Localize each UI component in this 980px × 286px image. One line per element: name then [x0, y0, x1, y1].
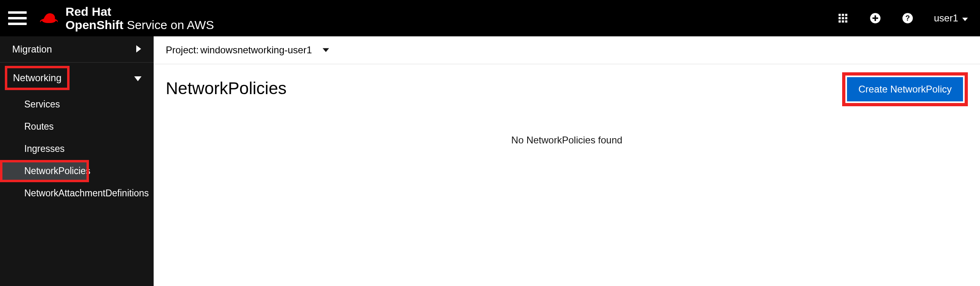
- sidebar-item-label: NetworkAttachmentDefinitions: [24, 188, 149, 198]
- svg-rect-2: [838, 14, 841, 16]
- svg-rect-13: [872, 17, 878, 19]
- sidebar-item-label: Routes: [24, 121, 54, 132]
- svg-rect-4: [845, 14, 847, 16]
- svg-rect-7: [845, 17, 847, 19]
- main-content: Project: windowsnetworking-user1 Network…: [154, 36, 980, 286]
- sidebar: Migration Networking Services Routes Ing…: [0, 36, 154, 286]
- sidebar-item-label: NetworkPolicies: [24, 166, 91, 176]
- svg-rect-3: [842, 14, 844, 16]
- sidebar-item-networkattachmentdefinitions[interactable]: NetworkAttachmentDefinitions: [0, 182, 154, 204]
- svg-rect-9: [842, 20, 844, 22]
- sidebar-item-networkpolicies[interactable]: NetworkPolicies: [0, 160, 89, 182]
- svg-rect-10: [845, 20, 847, 22]
- svg-rect-8: [838, 20, 841, 22]
- app-launcher-icon[interactable]: [837, 12, 849, 24]
- project-selector[interactable]: Project: windowsnetworking-user1: [154, 36, 980, 64]
- sidebar-item-networking[interactable]: Networking: [5, 66, 70, 90]
- username: user1: [934, 13, 958, 24]
- svg-rect-5: [838, 17, 841, 19]
- help-icon[interactable]: ?: [902, 12, 914, 24]
- sidebar-item-label: Migration: [12, 44, 52, 55]
- redhat-logo-icon: [39, 11, 59, 25]
- caret-down-icon: [962, 13, 968, 24]
- import-add-icon[interactable]: [869, 12, 881, 24]
- svg-text:?: ?: [905, 14, 910, 22]
- sidebar-item-label: Networking: [13, 72, 61, 84]
- sidebar-item-routes[interactable]: Routes: [0, 116, 154, 138]
- menu-toggle-button[interactable]: [8, 9, 27, 27]
- sidebar-item-label: Services: [24, 99, 60, 109]
- svg-rect-6: [842, 17, 844, 19]
- create-button-highlight: Create NetworkPolicy: [842, 72, 968, 106]
- create-networkpolicy-button[interactable]: Create NetworkPolicy: [847, 77, 963, 101]
- project-prefix: Project:: [166, 44, 199, 56]
- brand-line2: OpenShift Service on AWS: [65, 18, 214, 32]
- chevron-down-icon: [134, 72, 142, 84]
- brand: Red Hat OpenShift Service on AWS: [39, 5, 214, 32]
- masthead: Red Hat OpenShift Service on AWS ? user1: [0, 0, 980, 36]
- user-menu[interactable]: user1: [934, 13, 968, 24]
- brand-line1: Red Hat: [65, 5, 214, 18]
- sidebar-item-label: Ingresses: [24, 143, 65, 154]
- sidebar-item-migration[interactable]: Migration: [0, 36, 154, 62]
- sidebar-item-ingresses[interactable]: Ingresses: [0, 138, 154, 160]
- empty-state-message: No NetworkPolicies found: [166, 135, 968, 146]
- caret-down-icon: [323, 46, 329, 54]
- sidebar-item-services[interactable]: Services: [0, 93, 154, 116]
- chevron-right-icon: [136, 44, 142, 55]
- project-name: windowsnetworking-user1: [200, 44, 312, 56]
